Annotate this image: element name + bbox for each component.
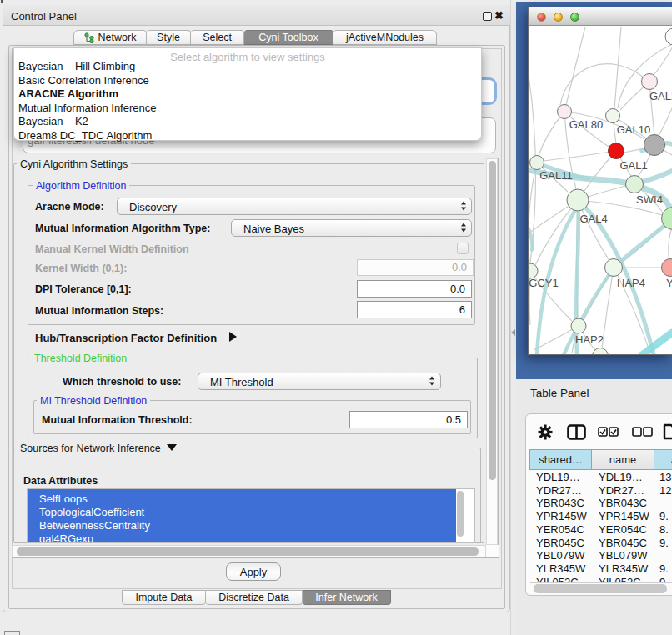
tab-cyni-toolbox[interactable]: Cyni Toolbox [244,30,333,45]
table-cell-shared[interactable]: YLR345W [536,562,585,575]
network-canvas[interactable]: GAL2GAL80GAL10GAL1GAL11SWI4GAL4GCY1HAP4Y… [529,26,672,354]
kernel-width-field[interactable]: 0.0 [357,259,474,276]
panel-corner-icon[interactable] [4,631,20,635]
network-node[interactable] [606,109,620,123]
tab-network[interactable]: Network [73,30,147,45]
mi-type-value: Naive Bayes [243,222,304,235]
network-edge[interactable] [544,151,616,161]
table-cell-shared[interactable]: YDR27… [536,484,582,497]
table-hscrollbar-thumb[interactable] [534,584,667,593]
dpi-tolerance-field[interactable]: 0.0 [357,280,472,298]
network-node-label: HAP4 [617,277,645,289]
float-window-icon[interactable] [483,12,492,21]
network-node[interactable] [626,176,644,193]
panel-splitter[interactable] [510,0,516,635]
close-icon[interactable]: ✖ [494,9,504,22]
table-column-header[interactable]: shared… [529,449,591,470]
attribute-item[interactable]: TopologicalCoefficient [39,506,144,518]
popup-item[interactable]: Dream8 DC_TDC Algorithm [18,129,152,142]
table-column-header[interactable]: A [654,449,672,470]
minimize-traffic-light-icon[interactable] [554,12,563,22]
table-cell-value[interactable]: 9. [659,562,669,575]
vertical-scrollbar-thumb[interactable] [489,161,496,480]
network-node[interactable] [571,318,586,333]
popup-item[interactable]: Bayesian – Hill Climbing [18,60,135,72]
network-node[interactable] [609,143,624,159]
bottom-tab-impute-data[interactable]: Impute Data [122,590,206,605]
network-edge[interactable] [539,112,564,156]
tab-style[interactable]: Style [147,30,191,45]
network-edge-thick[interactable] [614,219,672,268]
table-cell-value[interactable]: 13 [659,471,671,483]
network-node[interactable] [642,74,658,90]
document-icon[interactable] [663,423,672,440]
network-node[interactable] [530,156,544,170]
table-cell-shared[interactable]: YBL079W [536,549,585,562]
table-cell-name[interactable]: YPR145W [599,510,649,522]
checked-columns-icon[interactable] [598,427,619,437]
mi-steps-field[interactable]: 6 [357,301,472,318]
table-cell-name[interactable]: YER054C [599,523,647,536]
tab-jactivemnodules[interactable]: jActiveMNodules [333,30,437,45]
data-attributes-list[interactable]: SelfLoopsTopologicalCoefficientBetweenne… [27,488,475,543]
network-node[interactable] [644,135,665,156]
collapse-arrow-icon[interactable] [167,444,177,451]
network-edge[interactable] [658,108,672,137]
popup-item[interactable]: ARACNE Algorithm [18,88,118,100]
table-cell-name[interactable]: YBR045C [599,537,647,549]
attribute-item[interactable]: BetweennessCentrality [39,519,150,532]
table-cell-shared[interactable]: YPR145W [536,510,587,522]
expand-arrow-icon[interactable] [229,332,237,342]
table-cell-name[interactable]: YLR345W [599,562,648,575]
network-node[interactable] [665,28,672,45]
table-cell-shared[interactable]: YDL19… [536,471,580,483]
network-node[interactable] [567,189,589,211]
apply-button[interactable]: Apply [226,562,281,581]
manual-kernel-checkbox[interactable] [457,242,469,254]
popup-item[interactable]: Bayesian – K2 [18,115,88,128]
zoom-traffic-light-icon[interactable] [570,12,579,22]
table-cell-value[interactable]: 9. [659,510,669,522]
data-attributes-label: Data Attributes [23,475,98,487]
table-cell-value[interactable]: 12 [659,484,671,497]
popup-item[interactable]: Basic Correlation Inference [18,74,149,87]
table-cell-value[interactable]: 9. [659,537,669,549]
table-cell-name[interactable]: YBL079W [599,549,648,562]
tab-label: Impute Data [135,592,192,603]
table-cell-name[interactable]: YDR27… [599,484,644,497]
attribute-item[interactable]: SelfLoops [39,492,88,505]
network-window-titlebar[interactable] [529,8,672,26]
table-cell-value[interactable]: 9 [659,576,665,582]
mi-type-label: Mutual Information Algorithm Type: [35,222,210,234]
list-scrollbar-thumb[interactable] [457,491,464,537]
table-cell-shared[interactable]: YBR045C [536,537,584,549]
cyni-settings-title: Cyni Algorithm Settings [17,158,131,170]
unchecked-columns-icon[interactable] [632,427,653,437]
network-node[interactable] [662,259,672,277]
table-cell-shared[interactable]: YIL052C [536,576,579,582]
close-traffic-light-icon[interactable] [537,12,546,22]
table-cell-shared[interactable]: YBR043C [536,497,584,509]
attribute-item[interactable]: gal4RGexp [39,532,93,543]
combo-spinner-icon [460,200,468,212]
split-columns-icon[interactable] [567,424,586,440]
table-cell-shared[interactable]: YER054C [536,523,584,536]
table-cell-name[interactable]: YDL19… [599,471,643,483]
bottom-tab-infer-network[interactable]: Infer Network [303,590,391,605]
mi-threshold-field[interactable]: 0.5 [349,411,468,428]
gear-icon[interactable] [538,424,553,440]
table-column-header[interactable]: name [591,449,654,470]
network-node[interactable] [558,105,572,119]
popup-item[interactable]: Mutual Information Inference [18,102,156,114]
network-edge[interactable] [566,27,585,105]
control-panel-titlebar[interactable] [3,5,510,26]
table-cell-value[interactable]: 8. [659,523,669,536]
network-node[interactable] [605,259,623,277]
mi-threshold-title: MI Threshold Definition [37,395,150,407]
splitter-collapse-icon[interactable] [511,329,515,336]
table-cell-name[interactable]: YBR043C [599,497,647,509]
tab-select[interactable]: Select [191,30,244,45]
horizontal-scrollbar-thumb[interactable] [17,548,479,556]
table-cell-name[interactable]: YIL052C [599,576,641,582]
bottom-tab-discretize-data[interactable]: Discretize Data [206,590,303,605]
